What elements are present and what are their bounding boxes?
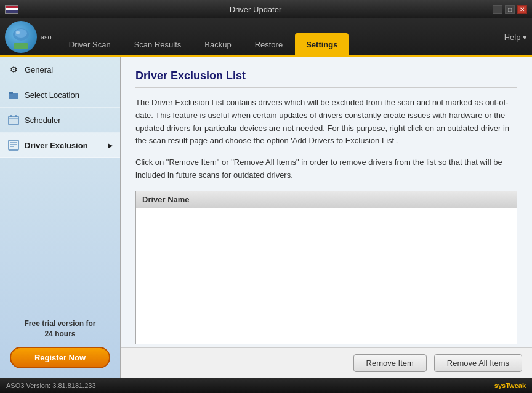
app-logo (5, 21, 37, 53)
maximize-button[interactable]: □ (505, 5, 515, 14)
select-location-icon (7, 89, 20, 101)
status-bar: ASO3 Version: 3.81.8181.233 sysTweak (0, 378, 532, 393)
svg-rect-4 (9, 92, 13, 94)
register-button[interactable]: Register Now (10, 347, 110, 368)
help-button[interactable]: Help ▾ (504, 33, 527, 42)
remove-item-button[interactable]: Remove Item (353, 354, 427, 372)
scheduler-icon (7, 114, 20, 126)
page-title: Driver Exclusion List (135, 69, 517, 88)
tab-scan-results[interactable]: Scan Results (123, 33, 193, 55)
content-area: Driver Exclusion List The Driver Exclusi… (121, 57, 532, 378)
driver-exclusion-icon (7, 139, 20, 151)
sidebar-spacer (0, 158, 120, 311)
sidebar-item-label-scheduler: Scheduler (25, 116, 61, 125)
flag-icon (5, 5, 18, 14)
driver-table: Driver Name (135, 191, 517, 344)
svg-rect-5 (9, 116, 18, 125)
brand-logo: sysTweak (494, 382, 526, 389)
table-body (136, 208, 517, 344)
bottom-bar: Remove Item Remove All Items (121, 347, 532, 378)
description-paragraph-2: Click on "Remove Item" or "Remove All It… (135, 156, 517, 182)
svg-point-2 (16, 31, 20, 34)
version-text: ASO3 Version: 3.81.8181.233 (6, 382, 96, 389)
minimize-button[interactable]: — (493, 5, 502, 14)
sidebar: ⚙ General Select Location Scheduler Driv… (0, 57, 121, 378)
nav-tabs: Driver Scan Scan Results Backup Restore … (58, 18, 504, 55)
general-icon: ⚙ (7, 63, 20, 76)
app-title: Driver Updater (18, 5, 493, 14)
logo-text: aso (41, 33, 52, 41)
main-area: ⚙ General Select Location Scheduler Driv… (0, 57, 532, 378)
tab-restore[interactable]: Restore (244, 33, 294, 55)
tab-settings[interactable]: Settings (295, 33, 349, 55)
sidebar-item-label-location: Select Location (25, 90, 79, 100)
table-header: Driver Name (136, 191, 517, 208)
logo-area: aso (5, 21, 52, 53)
sidebar-item-select-location[interactable]: Select Location (0, 82, 120, 108)
svg-rect-9 (9, 140, 18, 150)
tab-backup[interactable]: Backup (193, 33, 242, 55)
column-driver-name: Driver Name (142, 195, 190, 204)
brand-accent: Tweak (506, 382, 526, 389)
title-bar: Driver Updater — □ ✕ (0, 0, 532, 18)
sidebar-item-label-exclusion: Driver Exclusion (25, 141, 88, 150)
window-controls: — □ ✕ (493, 5, 527, 14)
trial-text: Free trial version for 24 hours (0, 311, 120, 347)
close-button[interactable]: ✕ (517, 5, 527, 14)
content-inner: Driver Exclusion List The Driver Exclusi… (121, 57, 532, 347)
remove-all-items-button[interactable]: Remove All Items (434, 354, 522, 372)
sidebar-item-scheduler[interactable]: Scheduler (0, 108, 120, 133)
sidebar-item-label-general: General (25, 65, 53, 74)
brand-text: sys (494, 382, 506, 389)
sidebar-item-driver-exclusion[interactable]: Driver Exclusion ▶ (0, 133, 120, 158)
sidebar-item-general[interactable]: ⚙ General (0, 57, 120, 82)
description-paragraph-1: The Driver Exclusion List contains drive… (135, 97, 517, 148)
tab-driver-scan[interactable]: Driver Scan (58, 33, 122, 55)
nav-bar: aso Driver Scan Scan Results Backup Rest… (0, 18, 532, 55)
arrow-icon: ▶ (108, 142, 113, 149)
